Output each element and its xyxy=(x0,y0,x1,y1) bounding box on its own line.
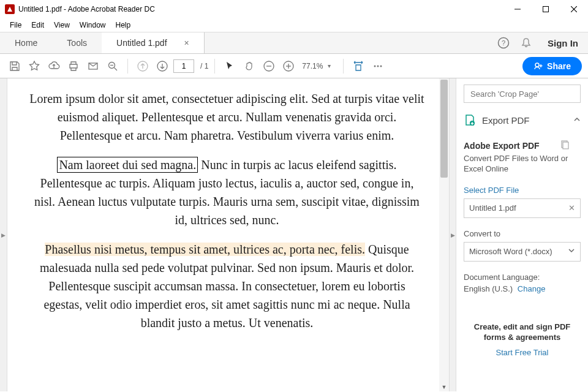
tools-panel: Export PDF Adobe Export PDF Convert PDF … xyxy=(456,78,588,391)
select-tool-icon[interactable] xyxy=(221,58,238,75)
star-icon[interactable] xyxy=(26,58,43,75)
fit-width-icon[interactable] xyxy=(350,58,367,75)
acrobat-icon xyxy=(5,4,15,14)
hand-tool-icon[interactable] xyxy=(241,58,258,75)
svg-line-8 xyxy=(115,67,118,70)
page-total-label: / 1 xyxy=(200,62,208,70)
save-icon[interactable] xyxy=(6,58,23,75)
convert-description: Convert PDF Files to Word or Excel Onlin… xyxy=(464,154,581,175)
menu-help[interactable]: Help xyxy=(111,20,136,31)
minimize-button[interactable] xyxy=(503,0,532,18)
scroll-down-icon[interactable]: ▼ xyxy=(439,383,449,391)
scroll-thumb[interactable] xyxy=(440,80,448,178)
menu-file[interactable]: File xyxy=(5,20,26,31)
share-label: Share xyxy=(547,61,571,71)
promo-headline: Create, edit and sign PDF forms & agreem… xyxy=(464,322,581,343)
tab-document-label: Untitled 1.pdf xyxy=(116,38,167,48)
convert-target-value: Microsoft Word (*.docx) xyxy=(469,247,552,256)
share-icon xyxy=(533,61,543,71)
clear-file-icon[interactable]: ✕ xyxy=(568,203,575,213)
tab-bar: Home Tools Untitled 1.pdf × ? Sign In xyxy=(0,32,588,54)
cloud-icon[interactable] xyxy=(45,58,62,75)
text-box-annotation[interactable]: Nam laoreet dui sed magna. xyxy=(57,157,198,173)
svg-rect-1 xyxy=(543,7,549,12)
zoom-level-label: 77.1% xyxy=(302,62,323,70)
document-stack-icon xyxy=(560,140,570,152)
document-language-label: Document Language: xyxy=(464,273,581,282)
zoom-out-icon[interactable] xyxy=(260,58,277,75)
svg-text:?: ? xyxy=(502,39,505,47)
paragraph-2: Nam laoreet dui sed magna. Nunc in turpi… xyxy=(29,156,424,229)
svg-point-18 xyxy=(377,65,379,67)
print-icon[interactable] xyxy=(65,58,82,75)
menu-view[interactable]: View xyxy=(49,20,75,31)
export-pdf-section-header[interactable]: Export PDF xyxy=(464,114,581,126)
page-up-icon[interactable] xyxy=(134,58,151,75)
help-icon[interactable]: ? xyxy=(497,37,510,49)
zoom-dropdown-icon[interactable]: ▾ xyxy=(328,62,331,69)
tab-document[interactable]: Untitled 1.pdf × xyxy=(102,32,205,53)
nav-pane-toggle[interactable]: ▶ xyxy=(0,78,7,391)
start-trial-link[interactable]: Start Free Trial xyxy=(464,348,581,357)
document-viewport[interactable]: Lorem ipsum dolor sit amet, consectetuer… xyxy=(7,78,449,391)
export-pdf-label: Export PDF xyxy=(482,115,567,126)
notifications-icon[interactable] xyxy=(521,37,532,48)
title-bar: Untitled 1.pdf - Adobe Acrobat Reader DC xyxy=(0,0,588,18)
more-tools-icon[interactable] xyxy=(369,58,386,75)
tab-tools[interactable]: Tools xyxy=(52,32,102,53)
maximize-button[interactable] xyxy=(532,0,560,18)
collapse-icon[interactable] xyxy=(573,115,581,126)
export-pdf-icon xyxy=(464,114,476,126)
change-language-link[interactable]: Change xyxy=(518,284,546,293)
window-title: Untitled 1.pdf - Adobe Acrobat Reader DC xyxy=(18,5,155,13)
tab-close-icon[interactable]: × xyxy=(184,38,189,48)
menu-window[interactable]: Window xyxy=(75,20,111,31)
tools-pane-toggle[interactable]: ▶ xyxy=(449,78,456,391)
vertical-scrollbar[interactable]: ▲ ▼ xyxy=(439,78,449,391)
toolbar: / 1 77.1% ▾ Share xyxy=(0,54,588,78)
close-button[interactable] xyxy=(560,0,588,18)
svg-rect-23 xyxy=(563,142,568,149)
convert-target-dropdown[interactable]: Microsoft Word (*.docx) xyxy=(464,242,581,262)
paragraph-3: Phasellus nisi metus, tempus sit amet, u… xyxy=(29,240,424,332)
selected-file-field[interactable]: Untitled 1.pdf ✕ xyxy=(464,198,581,218)
tab-home[interactable]: Home xyxy=(0,32,52,53)
zoom-in-icon[interactable] xyxy=(280,58,297,75)
highlight-annotation[interactable]: Phasellus nisi metus, tempus sit amet, u… xyxy=(45,243,365,256)
chevron-down-icon xyxy=(568,247,575,256)
convert-to-label: Convert to xyxy=(464,229,581,238)
document-language-value: English (U.S.) xyxy=(464,284,513,293)
menu-edit[interactable]: Edit xyxy=(26,20,49,31)
menu-bar: File Edit View Window Help xyxy=(0,18,588,32)
promo-section: Create, edit and sign PDF forms & agreem… xyxy=(464,322,581,357)
paragraph-1: Lorem ipsum dolor sit amet, consectetuer… xyxy=(29,89,424,145)
page-number-input[interactable] xyxy=(173,59,194,73)
sign-in-button[interactable]: Sign In xyxy=(543,38,583,48)
selected-file-name: Untitled 1.pdf xyxy=(469,203,516,213)
document-page: Lorem ipsum dolor sit amet, consectetuer… xyxy=(7,78,449,355)
find-icon[interactable] xyxy=(104,58,121,75)
tools-search-input[interactable] xyxy=(464,85,581,103)
svg-point-19 xyxy=(380,65,382,67)
select-file-label: Select PDF File xyxy=(464,186,581,195)
page-down-icon[interactable] xyxy=(154,58,171,75)
svg-point-20 xyxy=(535,63,539,67)
share-button[interactable]: Share xyxy=(522,57,582,75)
main-area: ▶ Lorem ipsum dolor sit amet, consectetu… xyxy=(0,78,588,391)
mail-icon[interactable] xyxy=(85,58,102,75)
svg-point-17 xyxy=(374,65,376,67)
